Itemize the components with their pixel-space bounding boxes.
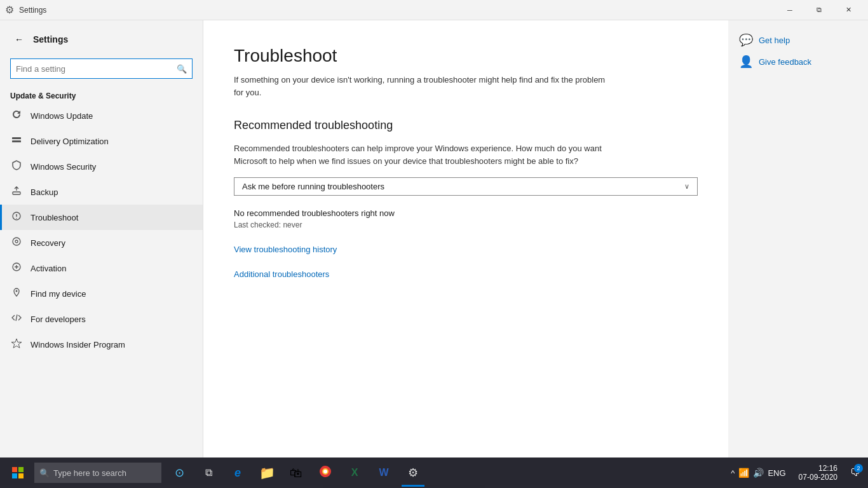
recovery-icon bbox=[10, 236, 23, 249]
notification-badge: 2 bbox=[854, 464, 863, 473]
taskbar-app-cortana[interactable]: ⊙ bbox=[165, 459, 193, 487]
find-device-icon bbox=[10, 287, 23, 300]
search-icon: 🔍 bbox=[177, 64, 187, 74]
sidebar-item-label: Activation bbox=[31, 264, 66, 273]
clock[interactable]: 12:16 07-09-2020 bbox=[794, 461, 843, 484]
settings-app-icon: ⚙ bbox=[408, 466, 418, 480]
sidebar-item-label: Backup bbox=[31, 187, 58, 197]
sidebar-item-label: Windows Update bbox=[31, 111, 93, 121]
sidebar-item-backup[interactable]: Backup bbox=[0, 179, 203, 205]
sidebar-item-for-developers[interactable]: For developers bbox=[0, 306, 203, 332]
taskbar-app-word[interactable]: W bbox=[370, 459, 398, 487]
get-help-link[interactable]: Get help bbox=[759, 36, 790, 45]
sidebar-item-windows-update[interactable]: Windows Update bbox=[0, 103, 203, 128]
sidebar-item-label: For developers bbox=[31, 315, 86, 324]
svg-rect-1 bbox=[12, 140, 21, 142]
svg-rect-11 bbox=[18, 473, 24, 478]
sidebar-item-label: Windows Security bbox=[31, 162, 96, 172]
sidebar-item-label: Windows Insider Program bbox=[31, 340, 125, 349]
app-body: ← Settings 🔍 Update & Security Windows U… bbox=[0, 20, 868, 458]
clock-time: 12:16 bbox=[818, 464, 837, 473]
back-button[interactable]: ← bbox=[10, 30, 28, 48]
get-help-item[interactable]: 💬 Get help bbox=[738, 33, 858, 47]
start-button[interactable] bbox=[3, 458, 33, 488]
active-indicator bbox=[402, 485, 424, 487]
search-input[interactable] bbox=[16, 64, 173, 74]
sidebar-item-activation[interactable]: Activation bbox=[0, 255, 203, 281]
edge-icon: e bbox=[234, 466, 241, 480]
volume-icon: 🔊 bbox=[753, 468, 764, 478]
tray-expand-icon[interactable]: ^ bbox=[731, 468, 735, 478]
word-icon: W bbox=[379, 467, 388, 478]
svg-point-7 bbox=[16, 290, 18, 292]
excel-icon: X bbox=[351, 467, 358, 478]
svg-rect-8 bbox=[12, 467, 17, 472]
give-feedback-link[interactable]: Give feedback bbox=[759, 57, 811, 67]
delivery-optimization-icon bbox=[10, 135, 23, 147]
file-manager-icon: 📁 bbox=[259, 465, 275, 480]
for-developers-icon bbox=[10, 313, 23, 325]
additional-troubleshooters-link[interactable]: Additional troubleshooters bbox=[234, 269, 698, 279]
troubleshoot-icon bbox=[10, 211, 23, 224]
svg-point-4 bbox=[13, 238, 20, 245]
minimize-button[interactable]: ─ bbox=[775, 0, 804, 20]
task-view-icon: ⧉ bbox=[205, 467, 212, 478]
page-title: Troubleshoot bbox=[234, 46, 698, 66]
sidebar-item-find-device[interactable]: Find my device bbox=[0, 281, 203, 306]
sidebar-item-label: Recovery bbox=[31, 238, 65, 248]
backup-icon bbox=[10, 186, 23, 198]
section-title: Recommended troubleshooting bbox=[234, 119, 698, 132]
search-container: 🔍 bbox=[0, 53, 203, 86]
taskbar-app-edge[interactable]: e bbox=[224, 459, 252, 487]
taskbar-app-settings[interactable]: ⚙ bbox=[399, 459, 427, 487]
svg-rect-0 bbox=[12, 137, 21, 139]
insider-program-icon bbox=[10, 338, 23, 351]
chevron-down-icon: ∨ bbox=[684, 182, 689, 191]
svg-point-14 bbox=[323, 470, 327, 473]
windows-update-icon bbox=[10, 109, 23, 122]
taskbar: 🔍 Type here to search ⊙ ⧉ e 📁 🛍 bbox=[0, 458, 868, 488]
svg-rect-9 bbox=[18, 467, 24, 472]
taskbar-app-excel[interactable]: X bbox=[341, 459, 369, 487]
sidebar-item-windows-security[interactable]: Windows Security bbox=[0, 154, 203, 179]
taskbar-app-store[interactable]: 🛍 bbox=[282, 459, 310, 487]
svg-rect-2 bbox=[13, 192, 20, 194]
search-box[interactable]: 🔍 bbox=[10, 58, 193, 79]
section-description: Recommended troubleshooters can help imp… bbox=[234, 142, 628, 167]
sidebar-section-label: Update & Security bbox=[0, 86, 203, 103]
view-history-link[interactable]: View troubleshooting history bbox=[234, 245, 698, 254]
clock-date: 07-09-2020 bbox=[799, 473, 837, 482]
sidebar: ← Settings 🔍 Update & Security Windows U… bbox=[0, 20, 203, 458]
svg-point-5 bbox=[15, 240, 18, 243]
windows-logo-icon bbox=[12, 467, 24, 478]
main-content: Troubleshoot If something on your device… bbox=[203, 20, 728, 458]
give-feedback-icon: 👤 bbox=[738, 55, 754, 69]
taskbar-app-chrome[interactable] bbox=[311, 459, 339, 487]
svg-rect-10 bbox=[12, 473, 17, 478]
dropdown-value: Ask me before running troubleshooters bbox=[242, 182, 384, 191]
title-bar: ⚙ Settings ─ ⧉ ✕ bbox=[0, 0, 868, 20]
taskbar-search-text: Type here to search bbox=[53, 468, 126, 478]
give-feedback-item[interactable]: 👤 Give feedback bbox=[738, 55, 858, 69]
taskbar-search[interactable]: 🔍 Type here to search bbox=[34, 463, 161, 483]
restore-button[interactable]: ⧉ bbox=[804, 0, 834, 20]
taskbar-app-filemanager[interactable]: 📁 bbox=[253, 459, 281, 487]
sidebar-nav: Windows Update Delivery Optimization Win… bbox=[0, 103, 203, 357]
notification-button[interactable]: 🗨 2 bbox=[845, 459, 865, 487]
store-icon: 🛍 bbox=[290, 466, 302, 480]
network-icon: 📶 bbox=[738, 468, 749, 478]
no-troubleshooters-text: No recommended troubleshooters right now bbox=[234, 208, 698, 218]
sidebar-item-insider-program[interactable]: Windows Insider Program bbox=[0, 332, 203, 357]
taskbar-search-icon: 🔍 bbox=[39, 468, 50, 478]
cortana-icon: ⊙ bbox=[175, 466, 184, 480]
close-button[interactable]: ✕ bbox=[834, 0, 863, 20]
last-checked-text: Last checked: never bbox=[234, 220, 698, 229]
troubleshooter-dropdown[interactable]: Ask me before running troubleshooters ∨ bbox=[234, 177, 698, 196]
sidebar-item-recovery[interactable]: Recovery bbox=[0, 230, 203, 255]
sidebar-item-delivery-optimization[interactable]: Delivery Optimization bbox=[0, 128, 203, 154]
taskbar-app-taskview[interactable]: ⧉ bbox=[194, 459, 222, 487]
sidebar-item-label: Troubleshoot bbox=[31, 213, 78, 222]
back-icon: ← bbox=[15, 34, 24, 44]
get-help-icon: 💬 bbox=[738, 33, 754, 47]
sidebar-item-troubleshoot[interactable]: Troubleshoot bbox=[0, 205, 203, 230]
